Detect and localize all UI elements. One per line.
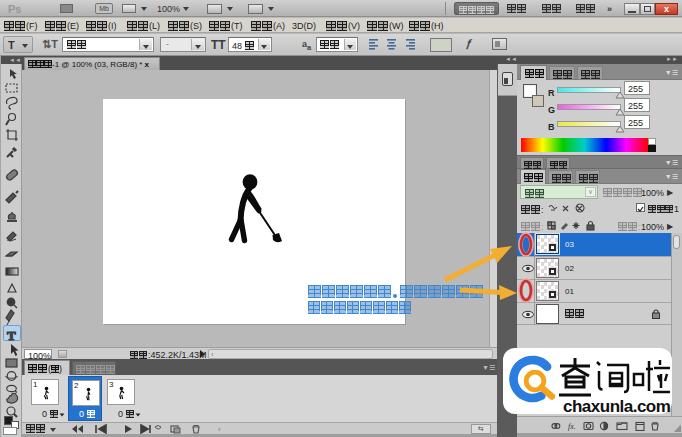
svg-text:T: T <box>7 328 16 343</box>
svg-text:fx.: fx. <box>568 422 576 431</box>
svg-text:chaxunla.com: chaxunla.com <box>563 397 671 416</box>
